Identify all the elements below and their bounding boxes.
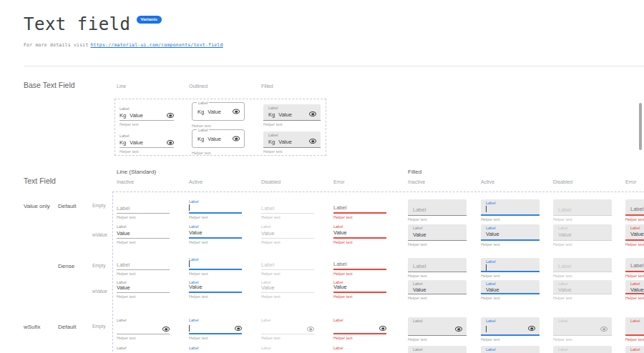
text-field-filled-disabled-empty[interactable]: LabelHelper text bbox=[553, 258, 612, 278]
text-field-filled-active-value[interactable]: LabelValueHelper text bbox=[481, 280, 540, 300]
floating-label bbox=[625, 199, 644, 206]
base-line-field[interactable]: LabelKgValueHelper text bbox=[119, 131, 174, 154]
base-filled-field[interactable]: LabelKgValueHelper text bbox=[263, 131, 321, 154]
helper-text: Helper text bbox=[119, 122, 174, 126]
text-field-line-active-empty[interactable]: LabelHelper text bbox=[189, 256, 242, 276]
filled-box: Label bbox=[625, 258, 644, 272]
text-field-line-inactive-value[interactable]: LabelValueHelper text bbox=[117, 222, 170, 244]
text-field-filled-error-value[interactable]: LabelValueHelper text bbox=[625, 280, 644, 300]
text-field-line-inactive-value[interactable]: LabelValueHelper text bbox=[117, 279, 170, 299]
vertical-scrollbar-thumb[interactable] bbox=[639, 103, 642, 150]
base-outlined-field[interactable]: LabelKgValueHelper text bbox=[192, 129, 245, 155]
visibility-icon[interactable] bbox=[307, 327, 314, 332]
text-field-line-disabled-empty-suffix[interactable]: LabelHelper text bbox=[261, 316, 314, 340]
visibility-icon[interactable] bbox=[162, 327, 170, 332]
text-field-line-error-value[interactable]: LabelValueHelper text bbox=[333, 279, 386, 299]
text-field-filled-active-empty[interactable]: LabelHelper text bbox=[481, 199, 540, 222]
filled-box: Label bbox=[553, 199, 612, 216]
visibility-icon[interactable] bbox=[167, 113, 174, 118]
helper-text: Helper text bbox=[333, 215, 386, 219]
visibility-icon[interactable] bbox=[167, 140, 174, 145]
text-field-filled-error-empty[interactable]: LabelHelper text bbox=[625, 199, 644, 222]
text-field-filled-disabled-empty[interactable]: LabelHelper text bbox=[553, 199, 612, 222]
field-input: Value bbox=[261, 229, 314, 239]
filled-box: Label bbox=[481, 258, 540, 272]
field-label-text: Label bbox=[413, 207, 426, 213]
visibility-icon[interactable] bbox=[600, 327, 608, 332]
text-field-line-active-empty[interactable]: LabelHelper text bbox=[189, 197, 242, 219]
field-label-text: Label bbox=[413, 225, 422, 231]
text-field-filled-active-value[interactable]: LabelValueHelper text bbox=[481, 224, 540, 247]
text-field-filled-error-value-suffix[interactable]: LabelValueHelper text bbox=[625, 346, 644, 353]
visibility-icon[interactable] bbox=[235, 326, 242, 331]
visibility-icon[interactable] bbox=[455, 327, 462, 332]
text-cursor bbox=[486, 206, 487, 212]
field-input: Label bbox=[261, 204, 314, 214]
text-field-line-error-value-suffix[interactable]: LabelValueHelper text bbox=[333, 344, 386, 353]
text-field-line-disabled-value-suffix[interactable]: LabelValueHelper text bbox=[261, 344, 314, 353]
text-field-filled-active-empty-suffix[interactable]: LabelHelper text bbox=[481, 317, 540, 342]
visibility-icon[interactable] bbox=[309, 139, 316, 144]
text-field-filled-disabled-value-suffix[interactable]: LabelValueHelper text bbox=[553, 346, 612, 353]
text-field-filled-error-empty[interactable]: LabelHelper text bbox=[625, 258, 644, 278]
text-field-line-active-empty-suffix[interactable]: LabelHelper text bbox=[189, 316, 242, 340]
eye-pupil bbox=[311, 140, 314, 143]
text-field-line-active-value-suffix[interactable]: LabelValueHelper text bbox=[189, 344, 242, 353]
visibility-icon[interactable] bbox=[309, 111, 316, 116]
base-outlined-field[interactable]: LabelKgValueHelper text bbox=[192, 102, 245, 128]
floating-label bbox=[261, 197, 314, 204]
text-field-line-inactive-empty[interactable]: LabelHelper text bbox=[117, 256, 170, 276]
field-input: Label bbox=[408, 263, 467, 272]
text-field-line-active-value[interactable]: LabelValueHelper text bbox=[189, 222, 242, 244]
text-field-filled-inactive-value-suffix[interactable]: LabelValueHelper text bbox=[408, 346, 467, 353]
text-field-filled-disabled-value[interactable]: LabelValueHelper text bbox=[553, 280, 612, 300]
base-filled-field[interactable]: LabelKgValueHelper text bbox=[263, 104, 321, 126]
text-field-line-error-empty-suffix[interactable]: LabelHelper text bbox=[333, 316, 386, 340]
text-field-filled-active-empty[interactable]: LabelHelper text bbox=[481, 258, 540, 278]
field-label-text: Label bbox=[413, 263, 426, 269]
text-field-line-active-value[interactable]: LabelValueHelper text bbox=[189, 279, 242, 299]
field-label-text: Label bbox=[630, 262, 643, 269]
text-field-filled-error-value[interactable]: LabelValueHelper text bbox=[625, 224, 644, 247]
text-field-filled-disabled-empty-suffix[interactable]: LabelHelper text bbox=[553, 317, 612, 342]
text-field-line-inactive-empty-suffix[interactable]: LabelHelper text bbox=[117, 316, 170, 340]
text-field-filled-inactive-empty[interactable]: LabelHelper text bbox=[408, 199, 467, 222]
field-label-text: Label bbox=[486, 200, 495, 206]
text-field-filled-disabled-value[interactable]: LabelValueHelper text bbox=[553, 224, 612, 247]
text-field-filled-error-empty-suffix[interactable]: LabelHelper text bbox=[625, 317, 644, 342]
field-input: Value bbox=[189, 285, 242, 293]
text-field-filled-active-value-suffix[interactable]: LabelValueHelper text bbox=[481, 346, 540, 353]
visibility-icon[interactable] bbox=[233, 136, 240, 141]
field-prefix-text: Kg bbox=[197, 109, 204, 115]
field-input: Label bbox=[333, 262, 386, 270]
eye-pupil bbox=[235, 110, 238, 113]
matrix-section-title: Text Field bbox=[24, 176, 56, 185]
text-field-line-inactive-value-suffix[interactable]: LabelValueHelper text bbox=[117, 344, 170, 353]
text-field-filled-inactive-empty-suffix[interactable]: LabelHelper text bbox=[408, 317, 467, 342]
text-field-line-disabled-empty[interactable]: LabelHelper text bbox=[261, 256, 314, 276]
floating-label: Label bbox=[117, 316, 170, 323]
helper-text: Helper text bbox=[333, 294, 386, 299]
text-field-filled-inactive-value[interactable]: LabelValueHelper text bbox=[408, 224, 467, 247]
text-field-line-inactive-empty[interactable]: LabelHelper text bbox=[117, 197, 170, 219]
helper-text: Helper text bbox=[261, 215, 314, 219]
field-input: Label bbox=[553, 263, 612, 272]
text-field-line-disabled-value[interactable]: LabelValueHelper text bbox=[261, 279, 314, 299]
visibility-icon[interactable] bbox=[379, 326, 386, 331]
text-field-line-disabled-empty[interactable]: LabelHelper text bbox=[261, 197, 314, 219]
text-field-line-disabled-value[interactable]: LabelValueHelper text bbox=[261, 222, 314, 244]
visibility-icon[interactable] bbox=[233, 109, 240, 114]
docs-link[interactable]: https://material-ui.com/components/text-… bbox=[91, 42, 223, 48]
field-value-text: Value bbox=[413, 232, 426, 238]
field-input: Label bbox=[333, 204, 386, 214]
filled-box: LabelValue bbox=[553, 280, 612, 294]
field-input: Value bbox=[408, 287, 467, 295]
text-field-line-error-empty[interactable]: LabelHelper text bbox=[333, 197, 386, 219]
visibility-icon[interactable] bbox=[528, 326, 535, 331]
text-field-filled-inactive-value[interactable]: LabelValueHelper text bbox=[408, 280, 467, 300]
base-line-field[interactable]: LabelKgValueHelper text bbox=[119, 104, 174, 126]
text-field-filled-inactive-empty[interactable]: LabelHelper text bbox=[408, 258, 467, 278]
text-field-line-error-value[interactable]: LabelValueHelper text bbox=[333, 222, 386, 244]
helper-text: Helper text bbox=[261, 294, 314, 299]
text-field-line-error-empty[interactable]: LabelHelper text bbox=[333, 256, 386, 276]
